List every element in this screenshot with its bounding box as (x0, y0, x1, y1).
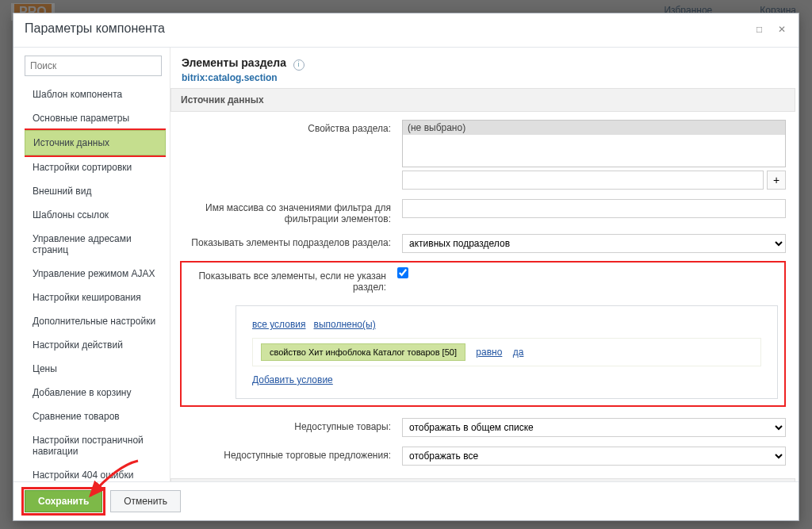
sidebar-item-3[interactable]: Настройки сортировки (25, 155, 166, 179)
sidebar: Шаблон компонентаОсновные параметрыИсточ… (13, 48, 170, 481)
label-unavail-goods: Недоступные товары: (180, 418, 402, 432)
cond-op[interactable]: равно (476, 347, 502, 358)
dialog-footer: Сохранить Отменить (13, 481, 799, 520)
page-title: Элементы раздела (182, 56, 286, 69)
sidebar-item-14[interactable]: Настройки постраничной навигации (25, 428, 166, 463)
sidebar-item-15[interactable]: Настройки 404 ошибки (25, 463, 166, 481)
sidebar-item-13[interactable]: Сравнение товаров (25, 404, 166, 428)
section-props-extra-input[interactable] (402, 171, 764, 190)
sidebar-item-1[interactable]: Основные параметры (25, 106, 166, 130)
component-params-dialog: Параметры компонента □ ✕ Шаблон компонен… (13, 13, 799, 521)
sidebar-item-7[interactable]: Управление режимом AJAX (25, 262, 166, 286)
sidebar-item-5[interactable]: Шаблоны ссылок (25, 203, 166, 227)
cond-value[interactable]: да (513, 347, 524, 358)
sidebar-item-0[interactable]: Шаблон компонента (25, 82, 166, 106)
search-input[interactable] (25, 56, 162, 76)
sidebar-item-9[interactable]: Дополнительные настройки (25, 309, 166, 333)
save-button[interactable]: Сохранить (25, 490, 102, 512)
label-unavail-offers: Недоступные торговые предложения: (180, 447, 402, 461)
section-data-source[interactable]: Источник данных (170, 88, 795, 112)
cond-done-link[interactable]: выполнено(ы) (314, 319, 376, 330)
conditions-panel: все условия выполнено(ы) свойство Хит ин… (236, 305, 778, 399)
sidebar-item-6[interactable]: Управление адресами страниц (25, 227, 166, 262)
condition-row: свойство Хит инфоблока Каталог товаров [… (252, 338, 761, 366)
dialog-title: Параметры компонента (25, 21, 165, 36)
maximize-icon[interactable]: □ (754, 24, 765, 35)
cond-property-chip[interactable]: свойство Хит инфоблока Каталог товаров [… (261, 343, 465, 361)
label-section-props: Свойства раздела: (180, 120, 402, 134)
sidebar-item-2[interactable]: Источник данных (25, 130, 166, 155)
nav-list[interactable]: Шаблон компонентаОсновные параметрыИсточ… (25, 82, 167, 481)
dialog-titlebar: Параметры компонента □ ✕ (13, 13, 799, 48)
sidebar-item-11[interactable]: Цены (25, 357, 166, 381)
cancel-button[interactable]: Отменить (110, 490, 181, 512)
main-scroll[interactable]: Источник данных Свойства раздела: (не вы… (170, 88, 799, 481)
component-name: bitrix:catalog.section (182, 72, 787, 83)
unavail-offers-select[interactable]: отображать все (402, 447, 786, 466)
add-prop-button[interactable]: + (767, 171, 786, 190)
close-icon[interactable]: ✕ (776, 24, 787, 35)
sidebar-item-12[interactable]: Добавление в корзину (25, 381, 166, 404)
sidebar-item-8[interactable]: Настройки кеширования (25, 286, 166, 309)
sidebar-item-4[interactable]: Внешний вид (25, 179, 166, 203)
unavail-goods-select[interactable]: отображать в общем списке (402, 418, 786, 437)
add-condition-link[interactable]: Добавить условие (252, 374, 333, 385)
section-props-listbox[interactable]: (не выбрано) (402, 120, 786, 167)
subsections-select[interactable]: активных подразделов (402, 234, 786, 253)
label-subsections: Показывать элементы подразделов раздела: (180, 234, 402, 248)
filter-array-input[interactable] (402, 199, 786, 218)
cond-all-link[interactable]: все условия (252, 319, 306, 330)
label-filter-array: Имя массива со значениями фильтра для фи… (180, 199, 402, 224)
sidebar-item-10[interactable]: Настройки действий (25, 333, 166, 357)
label-show-all: Показывать все элементы, если не указан … (188, 267, 397, 293)
info-icon[interactable]: i (293, 59, 304, 71)
show-all-checkbox[interactable] (397, 267, 408, 278)
highlighted-filter-block: Показывать все элементы, если не указан … (180, 261, 786, 407)
